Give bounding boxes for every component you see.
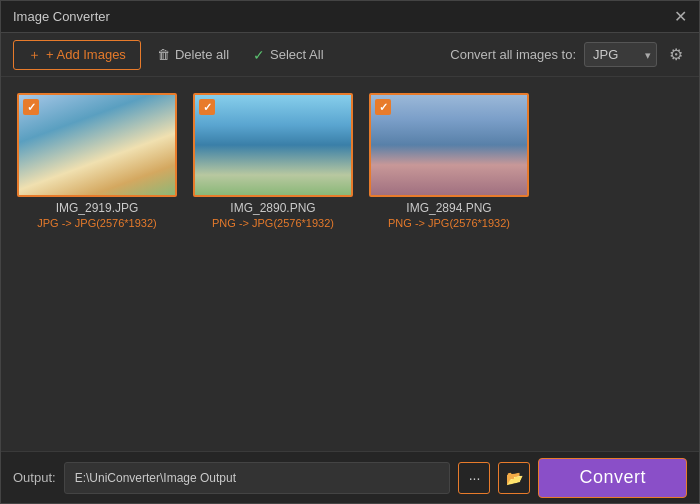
image-thumbnail-1 — [19, 95, 177, 195]
title-bar: Image Converter ✕ — [1, 1, 699, 33]
image-filename-1: IMG_2919.JPG — [56, 201, 139, 215]
ellipsis-icon: ··· — [469, 470, 481, 486]
open-folder-button[interactable]: 📂 — [498, 462, 530, 494]
checkmark-icon: ✓ — [253, 47, 265, 63]
select-all-label: Select All — [270, 47, 323, 62]
image-card-inner-3[interactable] — [369, 93, 529, 197]
image-checkbox-3[interactable] — [375, 99, 391, 115]
convert-button[interactable]: Convert — [538, 458, 687, 498]
browse-dots-button[interactable]: ··· — [458, 462, 490, 494]
footer: Output: ··· 📂 Convert — [1, 451, 699, 503]
image-card-inner-2[interactable] — [193, 93, 353, 197]
plus-icon: ＋ — [28, 46, 41, 64]
output-path-input[interactable] — [64, 462, 451, 494]
image-filename-2: IMG_2890.PNG — [230, 201, 315, 215]
image-convert-info-2: PNG -> JPG(2576*1932) — [212, 217, 334, 229]
image-checkbox-1[interactable] — [23, 99, 39, 115]
format-select-container: JPG PNG BMP TIFF WEBP — [584, 42, 657, 67]
convert-all-label: Convert all images to: — [450, 47, 576, 62]
image-card-2: IMG_2890.PNG PNG -> JPG(2576*1932) — [193, 93, 353, 229]
trash-icon: 🗑 — [157, 47, 170, 62]
image-filename-3: IMG_2894.PNG — [406, 201, 491, 215]
image-thumbnail-3 — [371, 95, 529, 195]
image-converter-window: Image Converter ✕ ＋ + Add Images 🗑 Delet… — [0, 0, 700, 504]
image-card-1: IMG_2919.JPG JPG -> JPG(2576*1932) — [17, 93, 177, 229]
format-select[interactable]: JPG PNG BMP TIFF WEBP — [584, 42, 657, 67]
image-convert-info-3: PNG -> JPG(2576*1932) — [388, 217, 510, 229]
image-checkbox-2[interactable] — [199, 99, 215, 115]
image-card-3: IMG_2894.PNG PNG -> JPG(2576*1932) — [369, 93, 529, 229]
image-grid: IMG_2919.JPG JPG -> JPG(2576*1932) IMG_2… — [1, 77, 699, 451]
settings-button[interactable]: ⚙ — [665, 41, 687, 68]
toolbar: ＋ + Add Images 🗑 Delete all ✓ Select All… — [1, 33, 699, 77]
image-convert-info-1: JPG -> JPG(2576*1932) — [37, 217, 157, 229]
delete-all-label: Delete all — [175, 47, 229, 62]
add-images-label: + Add Images — [46, 47, 126, 62]
image-card-inner-1[interactable] — [17, 93, 177, 197]
window-title: Image Converter — [13, 9, 110, 24]
image-thumbnail-2 — [195, 95, 353, 195]
folder-icon: 📂 — [506, 470, 523, 486]
select-all-button[interactable]: ✓ Select All — [245, 42, 331, 68]
add-images-button[interactable]: ＋ + Add Images — [13, 40, 141, 70]
delete-all-button[interactable]: 🗑 Delete all — [149, 42, 237, 67]
output-label: Output: — [13, 470, 56, 485]
close-button[interactable]: ✕ — [674, 9, 687, 25]
